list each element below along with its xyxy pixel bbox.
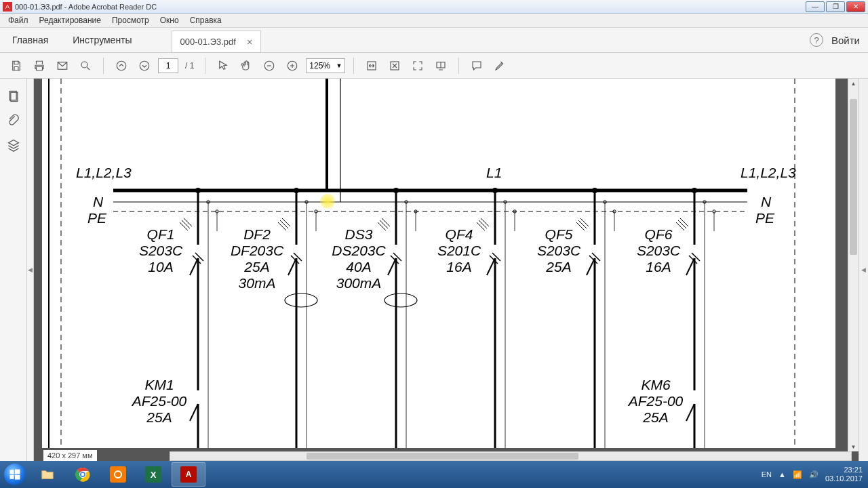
close-button[interactable]: ✕ [846, 1, 865, 12]
page-up-icon[interactable] [112, 56, 131, 75]
menu-edit[interactable]: Редактирование [34, 14, 106, 26]
taskbar-acrobat[interactable]: A [172, 462, 205, 487]
window-controls: — ❐ ✕ [804, 1, 865, 12]
tab-tools[interactable]: Инструменты [60, 28, 144, 52]
contactor-km6-label: KM6 AF25-00 25A [618, 377, 693, 426]
zoom-value: 125% [309, 61, 330, 70]
breaker-qf1-label: QF1 S203C 10A [130, 226, 191, 275]
menu-bar: Файл Редактирование Просмотр Окно Справк… [0, 14, 868, 28]
chevron-down-icon: ▼ [336, 62, 342, 69]
taskbar-excel[interactable]: X [136, 462, 170, 487]
vertical-scrollbar[interactable]: ▲ ▼ [848, 79, 859, 451]
tray-lang[interactable]: EN [762, 470, 772, 479]
acrobat-icon: A [3, 2, 12, 12]
svg-point-47 [393, 188, 399, 193]
breaker-df2-label: DF2 DF203C 25A 30mA [220, 226, 294, 292]
system-tray[interactable]: EN ▲ 📶 🔊 23:21 03.10.2017 [762, 466, 868, 483]
tray-flag-icon: ▲ [778, 470, 786, 479]
menu-file[interactable]: Файл [3, 14, 34, 26]
svg-point-74 [592, 188, 597, 193]
tray-time: 23:21 [825, 466, 863, 474]
maximize-button[interactable]: ❐ [826, 1, 845, 12]
svg-rect-104 [15, 470, 20, 474]
tray-network-icon[interactable]: 📶 [793, 470, 802, 479]
tab-document[interactable]: 000-01.Э3.pdf × [172, 30, 262, 52]
zoom-in-icon[interactable] [283, 56, 302, 75]
zoom-select[interactable]: 125% ▼ [306, 58, 345, 73]
svg-line-27 [184, 218, 192, 226]
svg-point-3 [140, 61, 149, 70]
minimize-button[interactable]: — [806, 1, 825, 12]
print-icon[interactable] [30, 56, 49, 75]
zoom-out-icon[interactable] [260, 56, 279, 75]
email-icon[interactable] [53, 56, 72, 75]
svg-line-81 [580, 218, 589, 226]
highlight-icon[interactable] [490, 56, 509, 75]
pe-label-left: PE [87, 210, 106, 226]
tray-clock[interactable]: 23:21 03.10.2017 [825, 466, 863, 483]
horizontal-scrollbar[interactable] [170, 451, 852, 461]
thumbnails-icon[interactable] [7, 89, 20, 103]
attachments-icon[interactable] [7, 114, 20, 127]
page-number-input[interactable] [158, 58, 178, 73]
svg-point-20 [195, 188, 201, 193]
svg-line-40 [282, 218, 290, 226]
hand-tool-icon[interactable] [237, 56, 256, 75]
tray-volume-icon[interactable]: 🔊 [809, 470, 818, 479]
comment-icon[interactable] [467, 56, 486, 75]
breaker-qf4-label: QF4 S201C 16A [429, 226, 490, 275]
signin-button[interactable]: Войти [831, 35, 860, 46]
save-icon[interactable] [7, 56, 26, 75]
pe-label-right: PE [755, 210, 774, 226]
bus-label-mid: L1 [486, 165, 502, 181]
help-icon[interactable]: ? [810, 33, 823, 47]
svg-point-2 [117, 61, 126, 70]
menu-window[interactable]: Окно [155, 14, 184, 26]
svg-point-87 [692, 188, 697, 193]
svg-point-33 [294, 188, 299, 193]
tab-home[interactable]: Главная [0, 28, 60, 52]
bus-label-right: L1,L2,L3 [741, 165, 796, 181]
breaker-qf5-label: QF5 S203C 25A [528, 226, 589, 275]
svg-line-94 [680, 218, 688, 226]
side-collapse-button[interactable]: ◀ [27, 79, 34, 461]
menu-view[interactable]: Просмотр [106, 14, 155, 26]
page-down-icon[interactable] [135, 56, 154, 75]
right-panel-toggle[interactable]: ◀ [859, 79, 868, 461]
taskbar-app-orange[interactable] [101, 462, 135, 487]
pdf-page: L1,L2,L3 L1 L1,L2,L3 N PE N PE QF1 S203C… [42, 79, 835, 448]
layers-icon[interactable] [7, 138, 20, 152]
svg-point-45 [285, 293, 317, 307]
fit-width-icon[interactable] [362, 56, 381, 75]
page-total-label: / 1 [182, 61, 197, 70]
breaker-qf6-label: QF6 S203C 16A [628, 226, 689, 275]
fullscreen-icon[interactable] [408, 56, 427, 75]
start-button[interactable] [0, 461, 30, 488]
svg-line-54 [382, 218, 390, 226]
svg-point-61 [492, 188, 498, 193]
taskbar-chrome[interactable] [66, 462, 100, 487]
tab-close-icon[interactable]: × [247, 37, 252, 47]
search-icon[interactable] [76, 56, 95, 75]
toolbar: / 1 125% ▼ [0, 53, 868, 79]
svg-rect-103 [10, 470, 14, 474]
svg-rect-106 [15, 475, 20, 480]
n-label-right: N [761, 194, 771, 210]
svg-rect-105 [10, 475, 14, 479]
tab-document-label: 000-01.Э3.pdf [180, 37, 236, 47]
contactor-km1-label: KM1 AF25-00 25A [122, 377, 197, 426]
menu-help[interactable]: Справка [184, 14, 227, 26]
svg-point-109 [81, 473, 84, 476]
select-tool-icon[interactable] [214, 56, 233, 75]
taskbar: X A EN ▲ 📶 🔊 23:21 03.10.2017 [0, 461, 868, 488]
window-title: 000-01.Э3.pdf - Adobe Acrobat Reader DC [15, 3, 157, 11]
taskbar-explorer[interactable] [31, 462, 64, 487]
page-dimensions-label: 420 x 297 мм [43, 450, 97, 461]
document-viewport[interactable]: L1,L2,L3 L1 L1,L2,L3 N PE N PE QF1 S203C… [34, 79, 859, 461]
read-mode-icon[interactable] [431, 56, 450, 75]
tab-row: Главная Инструменты 000-01.Э3.pdf × ? Во… [0, 28, 868, 53]
svg-point-1 [81, 62, 87, 68]
fit-page-icon[interactable] [385, 56, 404, 75]
tray-date: 03.10.2017 [825, 474, 863, 483]
n-label-left: N [93, 194, 103, 210]
